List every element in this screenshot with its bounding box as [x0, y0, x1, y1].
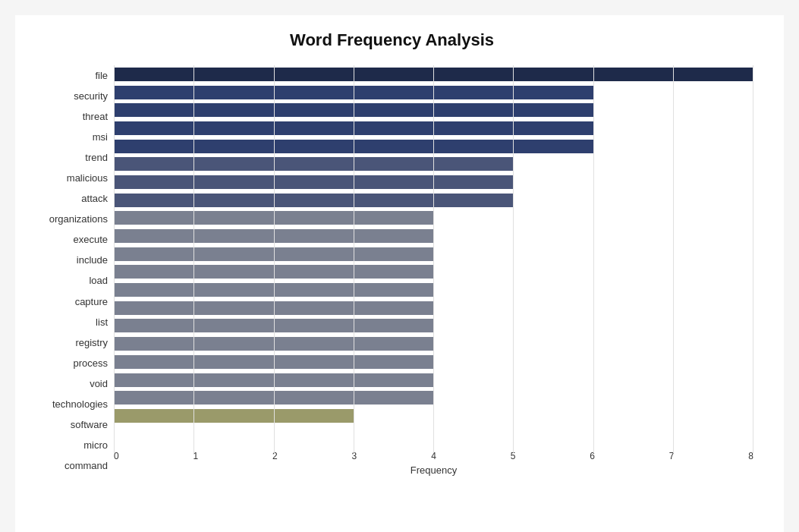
- y-label: software: [71, 420, 108, 430]
- bar-row: [114, 282, 753, 297]
- y-label: trend: [85, 153, 108, 162]
- bar: [114, 373, 434, 387]
- x-tick: 2: [272, 451, 278, 461]
- bar: [114, 337, 434, 351]
- chart-area: filesecuritythreatmsitrendmaliciousattac…: [30, 65, 753, 476]
- bar-row: [114, 247, 753, 262]
- y-label: msi: [93, 132, 108, 142]
- bar-row: [114, 85, 753, 100]
- bar-row: [114, 67, 753, 82]
- bar: [114, 175, 514, 189]
- x-axis: 012345678: [114, 451, 753, 461]
- x-tick: 1: [193, 451, 199, 461]
- bar: [114, 103, 593, 117]
- bar: [114, 211, 434, 225]
- bar-row: [114, 102, 753, 118]
- bar: [114, 265, 434, 279]
- bar: [114, 391, 434, 405]
- y-label: security: [74, 91, 108, 101]
- bar: [114, 140, 593, 153]
- chart-container: Word Frequency Analysis filesecuritythre…: [15, 15, 784, 532]
- bar-row: [114, 354, 753, 370]
- bar-row: [114, 193, 753, 208]
- x-axis-label: Frequency: [114, 464, 753, 476]
- y-label: malicious: [67, 173, 108, 183]
- y-label: organizations: [49, 214, 108, 224]
- y-label: process: [73, 358, 108, 368]
- y-label: command: [64, 461, 108, 471]
- x-tick: 6: [590, 451, 595, 461]
- y-label: include: [77, 255, 108, 265]
- bar-row: [114, 390, 753, 405]
- bar: [114, 301, 434, 315]
- x-tick: 3: [352, 451, 357, 461]
- bar-row: [114, 318, 753, 333]
- y-label: registry: [75, 338, 108, 348]
- bar-row: [114, 301, 753, 316]
- bar-row: [114, 121, 753, 136]
- bars-and-grid: 012345678 Frequency: [114, 65, 753, 476]
- bar-row: [114, 336, 753, 351]
- bar-row: [114, 264, 753, 279]
- x-tick: 8: [748, 451, 753, 461]
- bar-row: [114, 210, 753, 225]
- y-label: list: [96, 317, 108, 327]
- bar-row: [114, 408, 753, 423]
- x-tick: 4: [431, 451, 436, 461]
- y-label: execute: [73, 235, 108, 244]
- y-label: micro: [83, 440, 108, 450]
- x-tick: 0: [114, 451, 119, 461]
- bar: [114, 319, 434, 332]
- chart-title: Word Frequency Analysis: [30, 30, 753, 50]
- bar-row: [114, 175, 753, 190]
- x-tick: 7: [669, 451, 675, 461]
- bars-wrapper: [114, 65, 753, 448]
- bar: [114, 283, 434, 297]
- bar: [114, 157, 514, 171]
- x-tick: 5: [511, 451, 516, 461]
- y-label: file: [95, 71, 108, 80]
- y-axis-labels: filesecuritythreatmsitrendmaliciousattac…: [30, 65, 114, 476]
- y-label: attack: [81, 194, 108, 203]
- bar-row: [114, 156, 753, 172]
- bar-row: [114, 228, 753, 244]
- y-label: technologies: [52, 399, 108, 409]
- bar-row: [114, 373, 753, 388]
- y-label: capture: [75, 297, 108, 307]
- bar: [114, 86, 593, 99]
- bar: [114, 194, 514, 207]
- bar: [114, 68, 753, 81]
- bar: [114, 355, 434, 369]
- y-label: threat: [83, 112, 108, 121]
- bar: [114, 247, 434, 261]
- bar-row: [114, 139, 753, 154]
- bar: [114, 121, 593, 135]
- y-label: void: [90, 379, 108, 389]
- y-label: load: [89, 275, 108, 285]
- bar: [114, 409, 354, 423]
- bar: [114, 229, 434, 243]
